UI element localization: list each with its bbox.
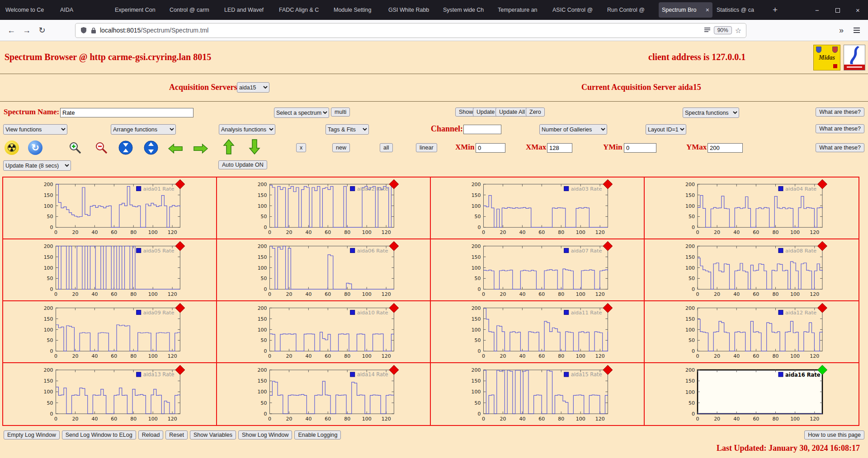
status-diamond-icon[interactable] xyxy=(389,365,399,375)
spectrum-chart-aida12[interactable]: 050100150200020406080100120aida12 Rate xyxy=(645,301,859,363)
update-rate-dropdown[interactable]: Update Rate (8 secs) xyxy=(3,160,71,171)
radiation-icon[interactable]: ☢ xyxy=(5,140,19,155)
minimize-button[interactable]: − xyxy=(807,6,827,14)
status-diamond-icon[interactable] xyxy=(603,303,613,313)
refresh-icon[interactable]: ↻ xyxy=(28,140,42,155)
spectrum-chart-aida11[interactable]: 050100150200020406080100120aida11 Rate xyxy=(431,301,645,363)
green-arrow-up-icon[interactable] xyxy=(222,140,236,154)
browser-tab[interactable]: FADC Align & C xyxy=(276,2,330,18)
green-arrow-left-icon[interactable] xyxy=(168,141,183,156)
powered-by-logo[interactable] xyxy=(844,45,865,70)
what-are-these-button[interactable]: What are these? xyxy=(816,143,864,152)
browser-tab[interactable]: Experiment Con xyxy=(112,2,165,18)
overflow-menu-icon[interactable]: » xyxy=(834,23,849,37)
status-diamond-icon[interactable] xyxy=(175,179,185,189)
compress-icon[interactable] xyxy=(118,140,133,155)
browser-tab[interactable]: GSI White Rabb xyxy=(385,2,439,18)
arrange-functions-dropdown[interactable]: Arrange functions xyxy=(111,124,176,135)
spectrum-chart-aida16[interactable]: 050100150200020406080100120aida16 Rate xyxy=(645,363,859,425)
auto-update-button[interactable]: Auto Update ON xyxy=(218,160,267,169)
status-diamond-icon[interactable] xyxy=(389,179,399,189)
log-button-reload[interactable]: Reload xyxy=(138,430,164,439)
layout-id-dropdown[interactable]: Layout ID=1 xyxy=(646,124,686,135)
browser-tab[interactable]: Statistics @ ca xyxy=(713,2,767,18)
green-arrow-down-icon[interactable] xyxy=(247,140,262,154)
maximize-button[interactable] xyxy=(827,6,848,14)
spectrum-chart-aida03[interactable]: 050100150200020406080100120aida03 Rate xyxy=(431,178,645,239)
browser-tab[interactable]: LED and Wavef xyxy=(221,2,275,18)
x-axis-button[interactable]: x xyxy=(296,143,306,152)
spectrum-chart-aida09[interactable]: 050100150200020406080100120aida09 Rate xyxy=(3,301,217,363)
channel-input[interactable] xyxy=(463,125,501,134)
view-functions-dropdown[interactable]: View functions xyxy=(3,124,67,135)
ymin-input[interactable] xyxy=(624,143,656,153)
multi-button[interactable]: multi xyxy=(331,107,350,117)
update-button[interactable]: Update xyxy=(473,107,498,117)
status-diamond-icon[interactable] xyxy=(818,179,827,189)
new-tab-button[interactable]: + xyxy=(768,5,783,15)
browser-tab[interactable]: Welcome to Ce xyxy=(2,2,56,18)
spectrum-chart-aida13[interactable]: 050100150200020406080100120aida13 Rate xyxy=(3,363,217,425)
log-button-enable-logging[interactable]: Enable Logging xyxy=(294,430,341,439)
browser-tab[interactable]: Temperature an xyxy=(495,2,548,18)
ymax-input[interactable] xyxy=(708,143,743,153)
spectrum-chart-aida07[interactable]: 050100150200020406080100120aida07 Rate xyxy=(431,239,645,301)
spectrum-chart-aida10[interactable]: 050100150200020406080100120aida10 Rate xyxy=(217,301,431,363)
zoom-out-icon[interactable] xyxy=(94,140,108,155)
zoom-in-icon[interactable] xyxy=(68,140,82,155)
spectrum-chart-aida05[interactable]: 050100150200020406080100120aida05 Rate xyxy=(3,239,217,301)
browser-tab[interactable]: Spectrum Bro× xyxy=(659,2,712,18)
green-arrow-right-icon[interactable] xyxy=(193,141,208,156)
browser-tab[interactable]: Module Setting xyxy=(330,2,384,18)
status-diamond-icon[interactable] xyxy=(603,179,613,189)
log-button-empty-log-window[interactable]: Empty Log Window xyxy=(4,430,60,439)
all-button[interactable]: all xyxy=(380,143,393,152)
spectrum-chart-aida02[interactable]: 050100150200020406080100120aida02 Rate xyxy=(217,178,431,239)
status-diamond-icon[interactable] xyxy=(175,241,185,251)
status-diamond-icon[interactable] xyxy=(818,303,827,313)
browser-tab[interactable]: AIDA xyxy=(57,2,111,18)
what-are-these-button[interactable]: What are these? xyxy=(816,124,864,133)
spectrum-chart-aida14[interactable]: 050100150200020406080100120aida14 Rate xyxy=(217,363,431,425)
reader-mode-icon[interactable] xyxy=(704,27,711,33)
status-diamond-icon[interactable] xyxy=(818,241,827,251)
new-button[interactable]: new xyxy=(332,143,350,152)
number-of-galleries-dropdown[interactable]: Number of Galleries xyxy=(539,124,607,135)
midas-logo[interactable]: Midas xyxy=(813,45,840,70)
reload-button[interactable]: ↻ xyxy=(34,23,50,37)
update-all-button[interactable]: Update All xyxy=(495,107,528,117)
acquisition-server-select[interactable]: aida15 xyxy=(237,82,269,93)
xmin-input[interactable] xyxy=(476,143,505,153)
app-menu-icon[interactable] xyxy=(849,23,864,37)
browser-tab[interactable]: Run Control @ xyxy=(604,2,658,18)
linear-button[interactable]: linear xyxy=(416,143,437,152)
close-button[interactable]: × xyxy=(848,6,868,14)
status-diamond-icon[interactable] xyxy=(389,241,399,251)
spectrum-chart-aida15[interactable]: 050100150200020406080100120aida15 Rate xyxy=(431,363,645,425)
shield-icon[interactable] xyxy=(80,27,87,34)
analysis-functions-dropdown[interactable]: Analysis functions xyxy=(219,124,275,135)
spectrum-name-input[interactable] xyxy=(60,108,193,117)
xmax-input[interactable] xyxy=(547,143,572,153)
select-spectrum-dropdown[interactable]: Select a spectrum xyxy=(274,107,329,118)
bookmark-star-icon[interactable]: ☆ xyxy=(735,26,741,35)
browser-tab[interactable]: Control @ carm xyxy=(166,2,220,18)
spectrum-chart-aida04[interactable]: 050100150200020406080100120aida04 Rate xyxy=(645,178,859,239)
browser-tab[interactable]: ASIC Control @ xyxy=(549,2,603,18)
log-button-show-log-window[interactable]: Show Log Window xyxy=(238,430,292,439)
spectrum-chart-aida08[interactable]: 050100150200020406080100120aida08 Rate xyxy=(645,239,859,301)
forward-button[interactable]: → xyxy=(19,23,34,37)
log-button-show-variables[interactable]: Show Variables xyxy=(190,430,236,439)
back-button[interactable]: ← xyxy=(4,23,19,37)
spectrum-chart-aida06[interactable]: 050100150200020406080100120aida06 Rate xyxy=(217,239,431,301)
spectrum-chart-aida01[interactable]: 050100150200020406080100120aida01 Rate xyxy=(3,178,217,239)
log-button-reset[interactable]: Reset xyxy=(165,430,188,439)
log-button-send-log-window-to-elog[interactable]: Send Log Window to ELog xyxy=(62,430,136,439)
status-diamond-icon[interactable] xyxy=(603,365,613,375)
site-security-icon[interactable] xyxy=(90,27,97,34)
browser-tab[interactable]: System wide Ch xyxy=(440,2,494,18)
what-are-these-button[interactable]: What are these? xyxy=(816,107,864,117)
how-to-use-button[interactable]: How to use this page xyxy=(804,430,864,439)
url-bar[interactable]: localhost:8015/Spectrum/Spectrum.tml 90%… xyxy=(75,23,746,38)
zero-button[interactable]: Zero xyxy=(526,107,545,117)
